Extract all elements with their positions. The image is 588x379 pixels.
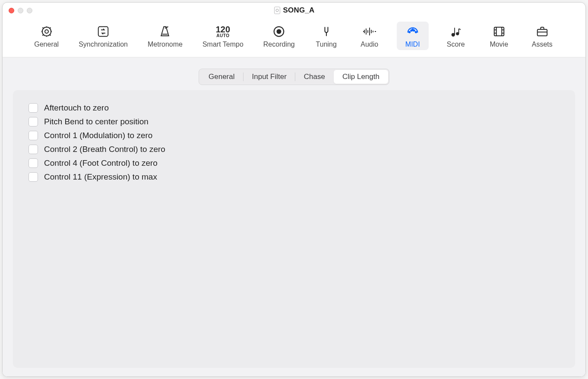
check-label: Control 4 (Foot Control) to zero: [44, 158, 158, 168]
svg-rect-4: [98, 27, 108, 37]
subtab-bar: General Input Filter Chase Clip Length: [199, 69, 389, 85]
check-row-pitchbend: Pitch Bend to center position: [28, 117, 560, 126]
toolbar-item-label: Metronome: [148, 41, 183, 48]
toolbar-item-label: Assets: [532, 41, 553, 48]
check-label: Control 11 (Expression) to max: [44, 172, 157, 182]
toolbar-item-movie[interactable]: Movie: [483, 22, 515, 50]
content-area: General Input Filter Chase Clip Length A…: [3, 57, 585, 376]
checkbox-cc11-expression[interactable]: [28, 172, 38, 182]
svg-point-10: [415, 32, 417, 33]
svg-point-2: [45, 30, 48, 33]
checkbox-aftertouch[interactable]: [28, 103, 38, 113]
toolbar-item-recording[interactable]: Recording: [259, 22, 299, 50]
tempo-sub: AUTO: [216, 34, 229, 38]
window-zoom-button[interactable]: [27, 8, 32, 13]
check-label: Aftertouch to zero: [44, 103, 109, 113]
toolbar-item-label: Synchronization: [79, 41, 128, 48]
check-row-cc1: Control 1 (Modulation) to zero: [28, 131, 560, 140]
titlebar: SONG_A: [3, 3, 585, 18]
window-close-button[interactable]: [9, 8, 14, 13]
subtab-chase[interactable]: Chase: [295, 70, 334, 84]
title-center: SONG_A: [3, 6, 585, 15]
subtab-label: Chase: [304, 73, 325, 81]
subtab-general[interactable]: General: [200, 70, 243, 84]
toolbar-item-midi[interactable]: MIDI: [397, 22, 429, 50]
toolbar-item-smart-tempo[interactable]: 120 AUTO Smart Tempo: [198, 22, 248, 50]
film-icon: [491, 24, 507, 39]
metronome-icon: [157, 24, 173, 39]
briefcase-icon: [534, 24, 550, 39]
svg-point-6: [277, 30, 281, 34]
svg-point-7: [409, 32, 410, 33]
subtab-label: General: [209, 73, 234, 81]
checkbox-cc1-modulation[interactable]: [28, 131, 38, 140]
clip-length-panel: Aftertouch to zero Pitch Bend to center …: [13, 90, 575, 368]
check-label: Control 2 (Breath Control) to zero: [44, 145, 165, 154]
svg-rect-15: [537, 29, 547, 36]
check-label: Control 1 (Modulation) to zero: [44, 131, 152, 140]
toolbar-item-audio[interactable]: Audio: [354, 22, 386, 50]
toolbar-item-label: Smart Tempo: [202, 41, 243, 48]
toolbar-item-general[interactable]: General: [30, 22, 63, 50]
window-title: SONG_A: [283, 6, 315, 15]
smart-tempo-icon: 120 AUTO: [215, 24, 231, 39]
waveform-icon: [361, 24, 378, 39]
toolbar-item-label: Score: [447, 41, 465, 48]
subtab-label: Input Filter: [252, 73, 287, 81]
check-row-cc4: Control 4 (Foot Control) to zero: [28, 158, 560, 168]
checklist: Aftertouch to zero Pitch Bend to center …: [28, 103, 560, 182]
toolbar-item-score[interactable]: Score: [440, 22, 472, 50]
toolbar-item-synchronization[interactable]: Synchronization: [74, 22, 132, 50]
subtab-input-filter[interactable]: Input Filter: [243, 70, 295, 84]
svg-point-1: [276, 9, 278, 12]
tempo-value: 120: [216, 25, 230, 34]
check-row-cc11: Control 11 (Expression) to max: [28, 172, 560, 182]
check-row-aftertouch: Aftertouch to zero: [28, 103, 560, 113]
check-label: Pitch Bend to center position: [44, 117, 149, 126]
toolbar-item-metronome[interactable]: Metronome: [143, 22, 187, 50]
svg-point-3: [42, 27, 51, 36]
record-icon: [271, 24, 287, 39]
toolbar-item-label: General: [34, 41, 59, 48]
gear-icon: [38, 24, 55, 39]
check-row-cc2: Control 2 (Breath Control) to zero: [28, 145, 560, 154]
subtab-label: Clip Length: [342, 73, 379, 81]
settings-window: SONG_A General Synchronization: [2, 2, 586, 377]
tuning-fork-icon: [318, 24, 335, 39]
toolbar-item-label: MIDI: [405, 41, 420, 48]
main-toolbar: General Synchronization Metronome: [3, 18, 585, 57]
svg-rect-14: [494, 27, 504, 36]
traffic-lights: [9, 8, 32, 13]
sync-icon: [95, 24, 111, 39]
toolbar-item-assets[interactable]: Assets: [526, 22, 558, 50]
notes-icon: [448, 24, 464, 39]
toolbar-item-label: Audio: [360, 41, 378, 48]
toolbar-item-label: Movie: [490, 41, 508, 48]
document-icon: [274, 6, 281, 14]
midi-icon: [405, 24, 421, 39]
toolbar-item-label: Recording: [263, 41, 295, 48]
checkbox-pitchbend[interactable]: [28, 117, 38, 126]
subtab-clip-length[interactable]: Clip Length: [334, 70, 388, 84]
checkbox-cc4-foot[interactable]: [28, 158, 38, 168]
checkbox-cc2-breath[interactable]: [28, 145, 38, 154]
svg-rect-11: [412, 29, 413, 31]
toolbar-item-label: Tuning: [316, 41, 337, 48]
svg-point-12: [452, 33, 455, 36]
toolbar-item-tuning[interactable]: Tuning: [310, 22, 342, 50]
svg-rect-0: [274, 7, 280, 14]
window-minimize-button[interactable]: [18, 8, 23, 13]
